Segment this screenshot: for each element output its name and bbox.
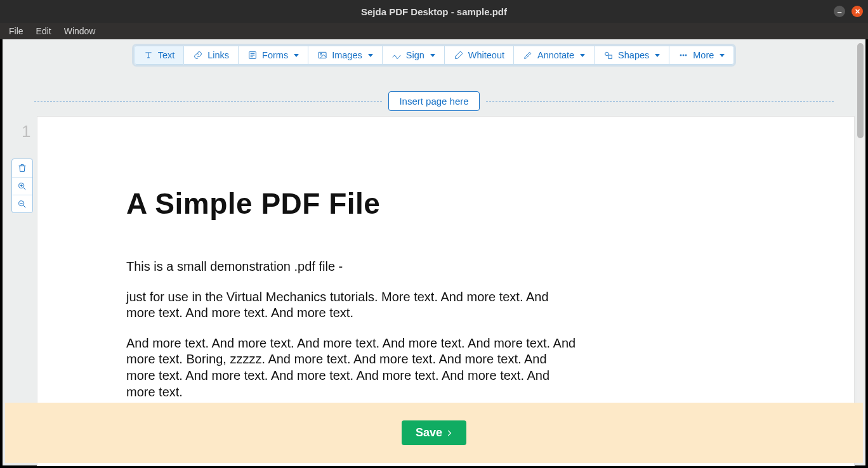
chevron-down-icon [580, 54, 585, 57]
tool-links[interactable]: Links [184, 46, 239, 65]
tool-links-label: Links [207, 50, 229, 60]
chevron-down-icon [720, 54, 725, 57]
svg-point-5 [680, 55, 681, 56]
doc-paragraph: And more text. And more text. And more t… [126, 335, 577, 400]
sign-icon [391, 50, 402, 60]
shapes-icon [603, 50, 614, 60]
tool-annotate[interactable]: Annotate [514, 46, 595, 65]
zoom-out-button[interactable] [12, 195, 32, 212]
svg-point-3 [605, 52, 608, 55]
delete-page-button[interactable] [12, 159, 32, 177]
tool-forms-label: Forms [262, 50, 288, 60]
scroll-thumb[interactable] [857, 43, 864, 138]
doc-title: A Simple PDF File [126, 186, 577, 221]
eraser-icon [454, 50, 464, 60]
forms-icon [247, 50, 258, 60]
menu-edit[interactable]: Edit [31, 25, 56, 37]
tool-images[interactable]: Images [308, 46, 383, 65]
tool-more[interactable]: More [669, 46, 734, 65]
page-number: 1 [22, 122, 30, 141]
chevron-down-icon [368, 54, 373, 57]
tool-shapes-label: Shapes [618, 50, 649, 60]
tool-sign[interactable]: Sign [383, 46, 445, 65]
tool-whiteout[interactable]: Whiteout [445, 46, 514, 65]
tool-forms[interactable]: Forms [239, 46, 308, 65]
insert-page-button[interactable]: Insert page here [388, 91, 479, 111]
menu-window[interactable]: Window [59, 25, 101, 37]
chevron-down-icon [294, 54, 299, 57]
doc-paragraph: This is a small demonstration .pdf file … [126, 259, 577, 275]
menubar: File Edit Window [0, 23, 868, 39]
svg-point-7 [685, 55, 687, 56]
titlebar: Sejda PDF Desktop - sample.pdf – ✕ [0, 0, 868, 23]
vertical-scrollbar[interactable] [857, 42, 864, 463]
tool-text[interactable]: Text [134, 46, 185, 65]
image-icon [317, 50, 327, 60]
menu-file[interactable]: File [4, 25, 29, 37]
save-bar: Save [5, 403, 863, 463]
link-icon [193, 50, 203, 60]
more-icon [678, 50, 688, 60]
text-icon [143, 50, 154, 60]
pencil-icon [523, 50, 533, 60]
save-button[interactable]: Save [402, 420, 466, 445]
doc-paragraph: just for use in the Virtual Mechanics tu… [126, 289, 577, 322]
svg-point-6 [683, 55, 684, 56]
chevron-right-icon [445, 429, 454, 438]
tool-whiteout-label: Whiteout [468, 50, 504, 60]
chevron-down-icon [430, 54, 435, 57]
window-controls: – ✕ [834, 6, 863, 17]
tool-shapes[interactable]: Shapes [595, 46, 669, 65]
svg-point-2 [320, 53, 322, 55]
page-side-tools [11, 159, 33, 213]
window-title: Sejda PDF Desktop - sample.pdf [361, 6, 507, 17]
insert-page-divider: Insert page here [34, 91, 834, 111]
tool-text-label: Text [158, 50, 175, 60]
tool-sign-label: Sign [406, 50, 424, 60]
chevron-down-icon [655, 54, 660, 57]
save-button-label: Save [416, 426, 442, 439]
svg-rect-4 [608, 55, 612, 58]
minimize-button[interactable]: – [834, 6, 845, 17]
tool-images-label: Images [332, 50, 362, 60]
workarea: Text Links Forms Images Sign [0, 39, 868, 468]
zoom-in-button[interactable] [12, 177, 32, 195]
svg-rect-1 [319, 52, 326, 58]
tool-more-label: More [693, 50, 714, 60]
close-button[interactable]: ✕ [852, 6, 863, 17]
tool-annotate-label: Annotate [537, 50, 574, 60]
editor-toolbar: Text Links Forms Images Sign [134, 46, 735, 65]
